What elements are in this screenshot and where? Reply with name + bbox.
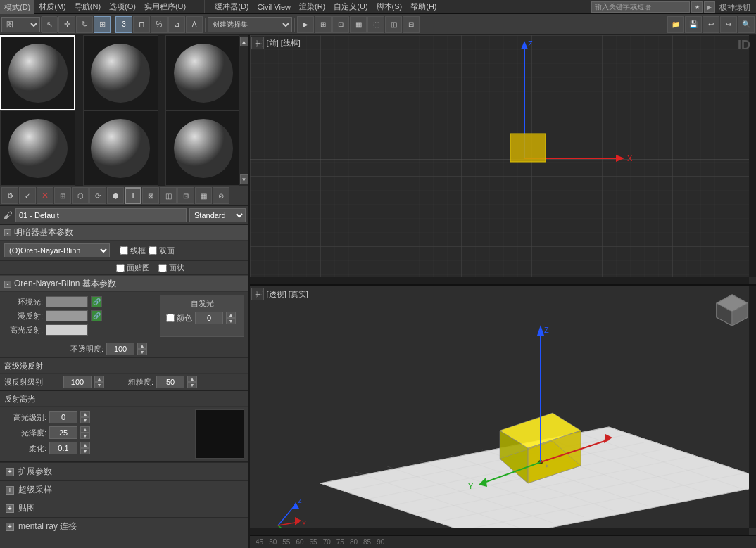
toolbar-btn-r3[interactable]: ⊡ xyxy=(332,16,349,33)
toolbar-btn-r10[interactable]: ↩ xyxy=(703,16,719,33)
toolbar-btn-r11[interactable]: ↪ xyxy=(720,16,737,33)
menu-material[interactable]: 材质(M) xyxy=(34,1,70,12)
sphere-cell-1[interactable] xyxy=(0,35,75,110)
toolbar-btn-select[interactable]: ↖ xyxy=(41,16,58,33)
shader-basic-section-header[interactable]: - 明暗器基本参数 xyxy=(0,225,248,241)
expand-plus-3[interactable]: + xyxy=(6,504,14,513)
sphere-scrollbar[interactable]: ▲ ▼ xyxy=(239,35,248,186)
mat-btn-x[interactable]: ✕ xyxy=(37,187,53,204)
self-illum-down-btn[interactable]: ▼ xyxy=(226,318,236,324)
toolbar-btn-r1[interactable]: ▶ xyxy=(297,16,314,33)
toolbar-btn-rotate[interactable]: ↻ xyxy=(76,16,93,33)
mat-btn-9[interactable]: ⊠ xyxy=(142,187,159,204)
glossiness-input[interactable] xyxy=(49,426,77,439)
mat-name-input[interactable] xyxy=(15,208,187,222)
mat-type-select[interactable]: Standard xyxy=(189,208,246,222)
gloss-up-btn[interactable]: ▲ xyxy=(80,426,90,433)
mat-btn-4[interactable]: ⊞ xyxy=(54,187,71,204)
expand-row-3[interactable]: + 贴图 xyxy=(0,499,248,517)
toolbar-btn-r4[interactable]: ▦ xyxy=(350,16,367,33)
menu-customize[interactable]: 自定义(U) xyxy=(329,1,372,12)
expand-row-2[interactable]: + 超级采样 xyxy=(0,480,248,499)
toolbar-btn-r9[interactable]: 💾 xyxy=(685,16,702,33)
facemap-checkbox[interactable] xyxy=(116,264,125,272)
vp-persp-hscroll[interactable] xyxy=(250,528,749,535)
rough-down-btn[interactable]: ▼ xyxy=(187,382,197,388)
toolbar-btn-magnet[interactable]: ⊓ xyxy=(133,16,150,33)
expand-plus-4[interactable]: + xyxy=(6,523,14,531)
soften-up-btn[interactable]: ▲ xyxy=(80,442,90,448)
faceshape-checkbox[interactable] xyxy=(158,264,167,272)
toolbar-btn-snap2[interactable]: ⊿ xyxy=(168,16,185,33)
viewport-front-corner[interactable]: ID xyxy=(738,38,750,53)
diffuse-swatch[interactable] xyxy=(46,310,88,321)
section-collapse-btn[interactable]: - xyxy=(4,229,11,236)
toolbar-btn-move[interactable]: ✛ xyxy=(58,16,75,33)
shader-type-select[interactable]: (O)Oren-Nayar-Blinn xyxy=(4,243,110,257)
sphere-cell-5[interactable] xyxy=(83,110,158,186)
wireframe-checkbox[interactable] xyxy=(120,246,128,255)
mat-btn-12[interactable]: ▦ xyxy=(195,187,212,204)
menu-help[interactable]: 帮助(H) xyxy=(406,1,441,12)
toolbar-btn-r6[interactable]: ◫ xyxy=(385,16,402,33)
spec-lvl-up-btn[interactable]: ▲ xyxy=(80,411,90,417)
scroll-up-btn[interactable]: ▲ xyxy=(240,37,248,46)
diff-lvl-up-btn[interactable]: ▲ xyxy=(94,376,104,382)
toolbar-btn-r7[interactable]: ⊟ xyxy=(403,16,420,33)
oren-section-collapse-btn[interactable]: - xyxy=(4,281,11,288)
viewport-front[interactable]: Z X [+] [前] [线框] + ID xyxy=(250,35,756,286)
sphere-cell-6[interactable] xyxy=(165,110,241,186)
doublesided-checkbox[interactable] xyxy=(149,246,157,255)
mat-btn-10[interactable]: ◫ xyxy=(160,187,177,204)
diff-lvl-down-btn[interactable]: ▼ xyxy=(94,382,104,388)
mat-btn-5[interactable]: ⬡ xyxy=(72,187,89,204)
expand-plus-1[interactable]: + xyxy=(6,468,14,476)
mat-btn-8[interactable]: T xyxy=(125,187,141,204)
search-box[interactable]: 输入关键字或短语 xyxy=(591,1,690,13)
expand-plus-2[interactable]: + xyxy=(6,486,14,495)
mat-btn-6[interactable]: ⟳ xyxy=(89,187,106,204)
ambient-lock-icon[interactable]: 🔗 xyxy=(91,296,102,307)
nav-cube[interactable] xyxy=(714,292,750,329)
expand-row-4[interactable]: + mental ray 连接 xyxy=(0,517,248,535)
oren-basic-section-header[interactable]: - Oren-Nayar-Blinn 基本参数 xyxy=(0,276,248,292)
menu-navigate[interactable]: 导航(N) xyxy=(70,1,105,12)
menu-options[interactable]: 选项(O) xyxy=(105,1,140,12)
spec-lvl-down-btn[interactable]: ▼ xyxy=(80,417,90,423)
menu-mode[interactable]: 模式(D) xyxy=(0,0,34,14)
menu-buffer[interactable]: 缓冲器(D) xyxy=(210,1,253,12)
viewport-mode-dropdown[interactable]: 图 xyxy=(1,17,40,32)
self-illum-value-input[interactable] xyxy=(195,312,223,324)
viewport-persp-plus-btn[interactable]: + xyxy=(251,288,264,300)
soften-input[interactable] xyxy=(49,442,77,454)
expand-row-1[interactable]: + 扩展参数 xyxy=(0,462,248,480)
diffuse-lock-icon[interactable]: 🔗 xyxy=(91,310,102,321)
menu-utilities[interactable]: 实用程序(U) xyxy=(140,1,190,12)
toolbar-btn-scale[interactable]: ⊞ xyxy=(94,16,111,33)
sphere-cell-2[interactable] xyxy=(83,35,158,110)
toolbar-btn-snap3[interactable]: A xyxy=(186,16,203,33)
mat-btn-7[interactable]: ⬢ xyxy=(107,187,124,204)
toolbar-btn-3[interactable]: 3 xyxy=(115,16,132,33)
toolbar-btn-r12[interactable]: 🔍 xyxy=(738,16,755,33)
opacity-down-btn[interactable]: ▼ xyxy=(137,349,147,355)
roughness-input[interactable] xyxy=(156,376,184,388)
menu-script[interactable]: 脚本(S) xyxy=(372,1,407,12)
vp-front-vscroll[interactable] xyxy=(749,35,756,277)
viewport-front-plus-btn[interactable]: + xyxy=(251,37,264,49)
soften-down-btn[interactable]: ▼ xyxy=(80,448,90,454)
toolbar-btn-r5[interactable]: ⬚ xyxy=(367,16,384,33)
specular-swatch[interactable] xyxy=(46,324,88,336)
mat-btn-11[interactable]: ⊡ xyxy=(177,187,194,204)
tool-icon-2[interactable]: ▶ xyxy=(704,1,715,13)
mat-btn-13[interactable]: ⊘ xyxy=(213,187,229,204)
mat-btn-2[interactable]: ✓ xyxy=(19,187,36,204)
menu-civil-view[interactable]: Civil View xyxy=(253,3,295,11)
scroll-down-btn[interactable]: ▼ xyxy=(240,174,248,184)
selection-filter-dropdown[interactable]: 创建选择集 xyxy=(208,17,292,32)
viewport-persp[interactable]: x Z Y xyxy=(250,286,756,535)
self-illum-color-checkbox[interactable] xyxy=(166,314,175,322)
vp-front-hscroll[interactable] xyxy=(250,277,749,284)
ambient-swatch[interactable] xyxy=(46,296,88,307)
self-illum-up-btn[interactable]: ▲ xyxy=(226,312,236,318)
